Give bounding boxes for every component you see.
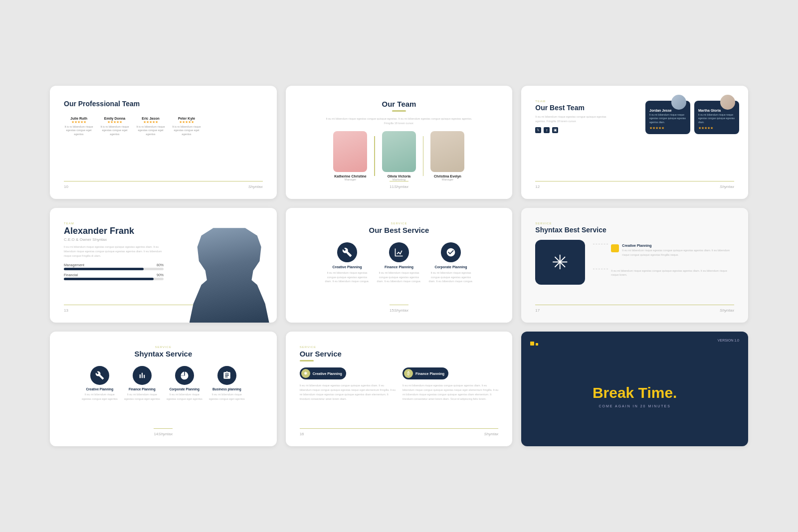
services-row: ✱ Creative Planning It eu mi bibendum ri… (300, 367, 499, 401)
slide-18: VERSION 1.0 Break Time. COME AGAIN IN 20… (521, 332, 748, 446)
slide-footer: 11 Shyntax (390, 181, 408, 189)
card-desc: It eu mi bibendum risque neque egestas c… (698, 113, 735, 125)
service-desc: It eu mi bibendum risque egestas congue … (377, 271, 421, 283)
card-desc: It eu mi bibendum risque neque egestas c… (649, 113, 686, 125)
slide-footer: 12 Shyntax (535, 181, 734, 189)
list-item: Corporate Planning It eu mi bibendum ris… (166, 366, 203, 401)
section-label: SERVICE (391, 222, 407, 225)
list-item: Business planning It eu mi bibendum risq… (208, 366, 245, 401)
brand-logo-box: ✳ (535, 240, 585, 285)
list-item: Peter Kyle ★★★★★ It is ro bibendum risqu… (172, 115, 201, 137)
slide-10: Our Professional Team Julie Ruth ★★★★★ I… (50, 86, 277, 199)
service-desc: It eu mi bibendum risque egestas congue … (166, 392, 203, 401)
member-name: Olivia Victoria (388, 175, 411, 178)
detail-name: Creative Planning (622, 244, 734, 247)
slide-number: 15 (390, 308, 394, 313)
service-name: Corporate Planning (435, 265, 467, 269)
section-label: SERVICE (300, 346, 499, 349)
tag-label: Finance Planning (415, 372, 444, 375)
service-icon (337, 242, 357, 262)
services-row: Creative Planning It eu mi bibendum risq… (325, 242, 473, 283)
person-silhouette (190, 228, 269, 323)
section-label: SERVICE (535, 222, 734, 225)
service-desc: It eu mi bibendum risque egestas congue … (300, 383, 396, 401)
detail-item: Creative Planning It eu mi bibendum risq… (593, 244, 734, 257)
slide-10-team: Julie Ruth ★★★★★ It is ro bibendum risqu… (64, 115, 263, 137)
service-desc: It eu mi bibendum risque egestas congue … (208, 392, 245, 401)
slide-13-desc: It eu mi bibendum risque egestas congue … (64, 245, 164, 258)
service-tag: ₿ Finance Planning (402, 367, 448, 379)
member-desc: It is ro bibendum risque egestas congue … (136, 125, 166, 137)
service-tag: ✱ Creative Planning (300, 367, 346, 379)
list-item: Christina Evelyn Manager (430, 131, 464, 181)
slide-brand: Shyntax (484, 432, 498, 436)
avatar (333, 131, 367, 172)
slide-number: 11 (390, 184, 394, 189)
detail-desc: It eu mi bibendum risque egestas congue … (622, 248, 734, 257)
list-item: Olivia Victoria Marketing (382, 131, 416, 181)
slide-16: SERVICE Our Service ✱ Creative Planning … (286, 332, 513, 446)
tag-label: Creative Planning (313, 372, 342, 375)
slide-brand: Shyntax (394, 184, 408, 189)
slide-12: TEAM Our Best Team It eu mi bibendum ris… (521, 86, 748, 199)
detail-dot (611, 244, 619, 252)
slide-number: 10 (64, 184, 68, 189)
slide-11-title: Our Team (382, 100, 416, 108)
service-icon (389, 242, 409, 262)
service-main-row: ✳ Creative Planning It eu mi bibendum ri… (535, 240, 734, 285)
slide-number: 13 (64, 308, 68, 313)
skill-label: Management 80% (64, 263, 164, 267)
divider (423, 136, 424, 176)
title-underline (300, 360, 314, 361)
wrench-icon (95, 371, 104, 380)
slide-number: 12 (535, 184, 540, 189)
slides-grid: Our Professional Team Julie Ruth ★★★★★ I… (50, 86, 748, 447)
slide-number: 17 (535, 308, 540, 313)
clipboard-icon (222, 371, 231, 380)
dot-large (530, 342, 534, 346)
service-name: Corporate Planning (170, 387, 200, 391)
service-name: Finance Planning (129, 387, 156, 391)
service-desc: It eu mi bibendum risque egestas congue … (325, 271, 370, 283)
member-desc: It is ro bibendum risque egestas congue … (64, 125, 94, 137)
list-item: Creative Planning It eu mi bibendum risq… (325, 242, 370, 283)
team-cards: Jordan Jesse It eu mi bibendum risque ne… (645, 101, 739, 135)
service-icon (90, 366, 109, 385)
member-desc: It is ro bibendum risque egestas congue … (100, 125, 130, 137)
slide-17-title: Shyntax Best Service (535, 226, 734, 234)
member-name: Peter Kyle (178, 117, 195, 120)
corporate-icon (446, 247, 456, 257)
version-label: VERSION 1.0 (718, 339, 739, 342)
slide-footer: 15 Shyntax (390, 305, 408, 313)
stars: ★★★★★ (71, 120, 86, 124)
list-item: Jordan Jesse It eu mi bibendum risque ne… (645, 101, 690, 135)
list-item: ₿ Finance Planning It eu mi bibendum ris… (402, 367, 498, 401)
slide-brand: Shyntax (720, 184, 734, 189)
connector-line (593, 244, 608, 244)
slide-16-title: Our Service (300, 350, 499, 358)
stars: ★★★★★ (143, 120, 158, 124)
stars: ★★★★★ (179, 120, 194, 124)
person-image (182, 223, 277, 323)
avatar (720, 95, 735, 110)
avatar (382, 131, 416, 172)
break-subtitle: COME AGAIN IN 20 MINUTES (598, 404, 670, 408)
slide-11-team: Katherine Christine Manager Olivia Victo… (300, 131, 499, 181)
slide-brand: Shyntax (248, 184, 263, 189)
section-label: SERVICE (155, 346, 172, 349)
list-item: Corporate Planning It eu mi bibendum ris… (428, 242, 473, 283)
member-name: Eric Jason (142, 117, 159, 120)
slide-14-title: Shyntax Service (134, 350, 192, 358)
list-item: Emily Donna ★★★★★ It is ro bibendum risq… (100, 115, 130, 137)
pie-chart-icon (180, 371, 189, 380)
connector-lines: Creative Planning It eu mi bibendum risq… (593, 244, 734, 281)
list-item: Eric Jason ★★★★★ It is ro bibendum risqu… (136, 115, 166, 137)
slide-14: SERVICE Shyntax Service Creative Plannin… (50, 332, 277, 446)
service-desc: It eu mi bibendum risque egestas congue … (123, 392, 161, 401)
service-name: Creative Planning (332, 265, 362, 269)
list-item: ✱ Creative Planning It eu mi bibendum ri… (300, 367, 396, 401)
slide-15: SERVICE Our Best Service Creative Planni… (286, 208, 513, 323)
tag-icon: ₿ (404, 369, 413, 378)
member-name: Katherine Christine (334, 175, 367, 178)
slide-number: 14 (154, 432, 158, 436)
